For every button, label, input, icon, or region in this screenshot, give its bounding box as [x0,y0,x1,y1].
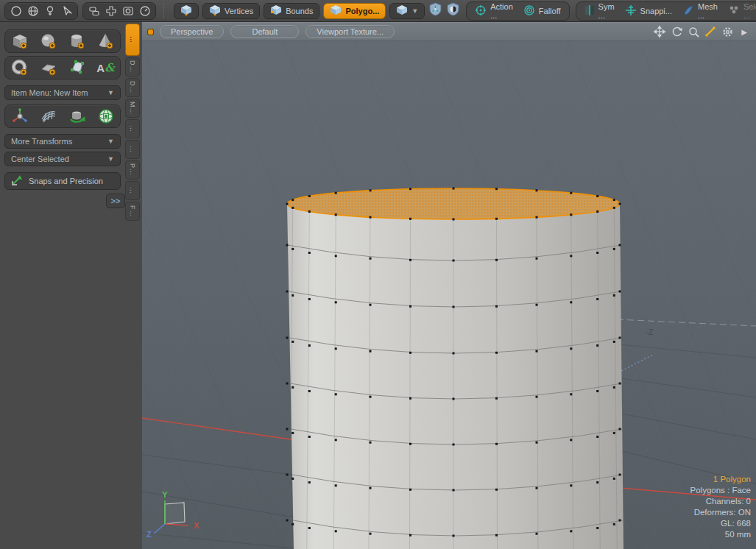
symmetry-button[interactable]: Sym ... [579,3,620,19]
select-label: Select ... [743,2,756,20]
torus-primitive-button[interactable] [7,57,33,78]
globe-icon[interactable] [24,4,41,18]
primitive-group-1 [4,29,121,53]
expand-arrow-icon[interactable]: ▶ [738,26,750,38]
chevron-down-icon: ▼ [107,89,114,96]
sphere-wireframe-button[interactable] [93,106,119,127]
falloff-icon [523,4,535,18]
boxed-circle-icon[interactable] [119,4,136,18]
chevron-down-icon: ▼ [411,7,418,15]
mesh-constraint-button[interactable]: Mesh ... [677,3,723,19]
transform-group [4,105,121,128]
shading-default-button[interactable]: Default [230,25,299,38]
perspective-view-button[interactable]: Perspective [160,25,224,38]
viewport-texture-button[interactable]: Viewport Texture... [305,25,395,38]
sidebar-tab-deform[interactable]: D… [125,78,140,97]
cascade-layers-icon[interactable] [85,4,102,18]
expand-panel-button[interactable]: >> [106,194,125,208]
action-center-label: Action ... [490,2,513,20]
cube-icon [396,4,408,17]
select-cluster-icon [728,5,740,17]
sidebar-tab-5[interactable]: … [125,140,140,159]
grid-line [621,414,756,439]
minus-z-axis-label: -Z [646,327,654,336]
axes-widget-icon[interactable] [102,4,119,18]
circle-icon[interactable] [7,4,24,18]
gear-icon[interactable] [721,26,733,38]
sphere-primitive-button[interactable] [35,31,62,52]
symmetry-icon [584,4,595,18]
cylinder-primitive-button[interactable] [64,31,91,52]
polygon-tool-button[interactable] [64,57,91,78]
selected-polygon-face[interactable] [287,188,620,219]
orbit-icon[interactable] [671,26,682,38]
mode-dropdown-button[interactable]: ▼ [389,3,425,19]
sidebar-tab-7[interactable]: … [125,181,140,200]
cube-icon [180,4,192,17]
text-tool-label: A [96,62,105,74]
cube-primitive-button[interactable] [7,31,33,52]
cube-icon [209,4,221,17]
sidebar-tab-paint[interactable]: P… [125,160,140,180]
sidebar-tab-4[interactable]: … [125,119,140,138]
status-mode: Polygons : Face [690,485,751,496]
modifier-tools-group: Sym ... Snappi... Mesh ... Select ... [576,1,756,21]
viewport-status: 1 Polygon Polygons : Face Channels: 0 De… [690,474,751,540]
item-menu-dropdown[interactable]: Item Menu: New Item ▼ [4,85,121,100]
items-mode-button[interactable] [174,3,199,19]
mesh-label: Mesh ... [698,2,718,20]
select-through-button[interactable]: Select ... [723,3,756,19]
mesh-brush-icon [682,4,694,18]
vertices-mode-button[interactable]: Vertices [202,3,260,19]
status-gl: GL: 668 [690,518,751,529]
action-center-auto-icon[interactable] [428,2,442,19]
polygons-mode-button[interactable]: Polygo... [323,3,386,19]
center-selected-dropdown[interactable]: Center Selected ▼ [4,152,121,166]
grid-line [142,533,300,549]
clock-icon[interactable] [136,4,153,18]
falloff-label: Falloff [539,7,561,15]
3d-viewport: Perspective Default Viewport Texture... … [142,22,756,549]
sidebar-tab-strip: … D… D… M… … … P… … F… [125,24,140,221]
pin-icon[interactable] [41,4,58,18]
bounds-mode-button[interactable]: Bounds [264,3,319,19]
expand-label: >> [111,196,121,205]
grid-line [621,378,756,397]
plane-primitive-button[interactable] [35,57,62,78]
status-deformers: Deformers: ON [690,507,751,518]
cone-primitive-button[interactable] [93,31,119,52]
cursor-arrow-icon[interactable] [58,4,75,18]
sidebar-tab-mesh-edit[interactable]: M… [125,99,140,118]
action-center-origin-icon[interactable] [446,2,460,19]
status-scale: 50 mm [690,529,751,540]
axis-gizmo: YXZ [146,490,199,539]
gizmo-y-label: Y [162,490,168,499]
snapping-icon [625,4,637,18]
sidebar-tab-falloff[interactable]: F… [125,202,140,221]
rotate-tool-button[interactable] [64,106,91,127]
primitive-group-2: A& [4,56,121,79]
cube-icon [270,4,282,17]
text-tool-button[interactable]: A& [93,57,119,78]
gizmo-z-label: Z [146,530,152,539]
more-transforms-dropdown[interactable]: More Transforms ▼ [4,134,121,149]
viewport-canvas[interactable]: -ZYXZ 1 Polygon Polygons : Face Channels… [142,41,756,549]
maximize-icon[interactable] [704,26,716,38]
snaps-precision-label: Snaps and Precision [29,177,103,185]
action-center-button[interactable]: Action ... [470,3,518,19]
viewport-header: Perspective Default Viewport Texture... … [142,22,756,41]
snaps-precision-button[interactable]: Snaps and Precision [4,172,121,190]
status-selection: 1 Polygon [690,474,751,485]
sidebar-tab-active[interactable]: … [125,24,140,56]
x-axis-line-left [142,418,301,441]
status-channels: Channels: 0 [690,496,751,507]
grid-line [619,344,756,358]
falloff-button[interactable]: Falloff [518,3,566,19]
move-gizmo-button[interactable] [7,106,33,127]
sidebar-tab-duplicate[interactable]: D… [125,57,140,77]
snapping-button[interactable]: Snappi... [620,3,677,19]
grid-line [142,455,298,475]
zoom-icon[interactable] [688,26,699,38]
bend-grid-button[interactable] [35,106,62,127]
pan-icon[interactable] [654,26,665,38]
